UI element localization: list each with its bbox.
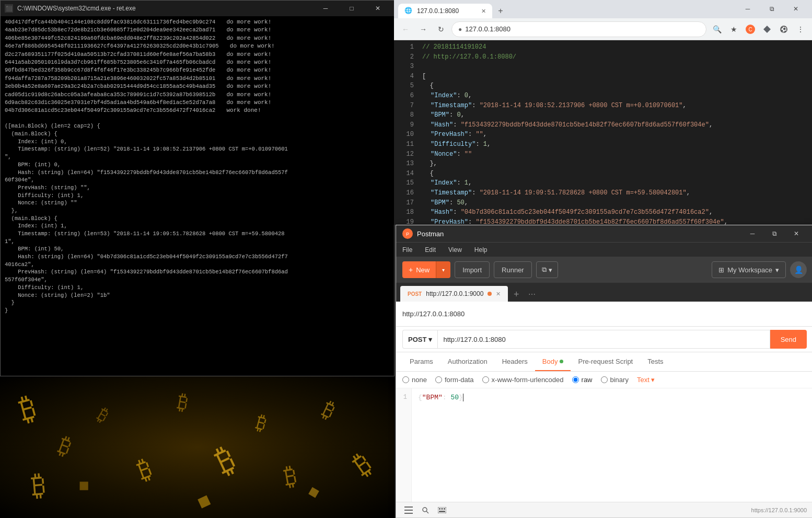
svg-rect-7 — [404, 507, 413, 508]
sidebar-toggle-button[interactable] — [402, 504, 415, 516]
request-tab-active[interactable]: POST http://127.0.0.1:9000 ✕ — [400, 286, 508, 302]
text-format-dropdown[interactable]: Text ▾ — [637, 376, 655, 384]
body-type-raw[interactable]: raw — [572, 376, 593, 384]
reload-button[interactable]: ↻ — [434, 22, 448, 37]
postman-titlebar: P Postman ─ ⧉ ✕ — [396, 225, 812, 242]
user-avatar[interactable]: 👤 — [790, 261, 807, 278]
body-type-urlencoded[interactable]: x-www-form-urlencoded — [482, 376, 564, 384]
code-editor[interactable]: 1 {"BPM": 50} — [396, 388, 812, 502]
body-type-binary[interactable]: binary — [601, 376, 629, 384]
menu-file[interactable]: File — [400, 245, 414, 255]
method-select[interactable]: POST ▾ — [402, 330, 437, 349]
svg-rect-12 — [438, 507, 446, 513]
cmd-line: 4aab23e7d85dc53b8ec72de8b21cb3e60685f71e… — [5, 26, 390, 34]
chrome-menu-button[interactable]: ⋮ — [793, 22, 808, 37]
cmd-minimize-button[interactable]: ─ — [314, 1, 338, 16]
keyboard-shortcut-button[interactable] — [436, 504, 448, 516]
postman-close-button[interactable]: ✕ — [786, 226, 807, 241]
sync-button[interactable]: ⧉ ▾ — [536, 261, 558, 278]
request-tab-url: http://127.0.0.1:9000 — [426, 290, 483, 297]
body-type-form-data[interactable]: form-data — [435, 376, 474, 384]
svg-rect-9 — [404, 513, 413, 514]
bitcoin-symbol: ₿ — [30, 468, 47, 502]
cmd-line: 3eb0b4a52e8a607ae29a3c24b2a7cbab02915444… — [5, 83, 390, 90]
tab-params[interactable]: Params — [402, 352, 440, 371]
more-tabs-button[interactable]: ⋯ — [525, 287, 539, 302]
cmd-line: cad05d1c919d8c26abcc05a3afeaba8ca353c789… — [5, 91, 390, 99]
svg-text:⚽: ⚽ — [781, 26, 787, 33]
url-input[interactable] — [437, 330, 770, 349]
menu-edit[interactable]: Edit — [423, 245, 438, 255]
runner-button[interactable]: Runner — [494, 261, 532, 278]
send-button[interactable]: Send — [770, 330, 807, 349]
cmd-line: 40d417dfefca44bb404c144e108c8dd9fac93816… — [5, 18, 390, 26]
cmd-line: 46e7af886bd6954548f02111936627cf64397a41… — [5, 42, 390, 50]
method-dropdown-icon: ▾ — [428, 336, 432, 343]
json-line-8: 8 "BPM": 0, — [394, 110, 812, 120]
json-line-3: 3 — [394, 62, 812, 72]
json-line-5: 5 { — [394, 81, 812, 91]
json-line-17: 17 "BPM": 50, — [394, 198, 812, 208]
new-dropdown-button[interactable]: ▾ — [436, 261, 450, 278]
workspace-button[interactable]: ⊞ My Workspace ▾ — [712, 261, 786, 278]
postman-request-tabs: POST http://127.0.0.1:9000 ✕ + ⋯ — [396, 283, 812, 302]
cmd-content-area: 40d417dfefca44bb404c144e108c8dd9fac93816… — [1, 16, 394, 376]
tab-authorization[interactable]: Authorization — [440, 352, 495, 371]
search-icon[interactable]: 🔍 — [710, 22, 724, 37]
json-line-18: 18 "Hash": "04b7d306c81a1cd5c23eb044f504… — [394, 208, 812, 217]
chrome-window: 🌐 127.0.0.1:8080 ✕ + ─ ⧉ ✕ ← → ↻ ● 127.0… — [394, 0, 812, 225]
body-type-selector: none form-data x-www-form-urlencoded raw… — [396, 372, 812, 388]
json-line-7: 7 "Timestamp": "2018-11-14 19:08:52.2137… — [394, 101, 812, 111]
diamond-shape: ◆ — [306, 481, 321, 501]
chrome-profile-icon[interactable]: C — [743, 22, 758, 37]
json-line-13: 13 }, — [394, 159, 812, 169]
json-line-4: 4 [ — [394, 72, 812, 82]
menu-view[interactable]: View — [446, 245, 464, 255]
chrome-close-button[interactable]: ✕ — [784, 2, 808, 16]
new-button[interactable]: + New — [402, 261, 436, 278]
chrome-restore-button[interactable]: ⧉ — [760, 2, 784, 16]
cmd-close-button[interactable]: ✕ — [366, 1, 390, 16]
menu-help[interactable]: Help — [472, 245, 490, 255]
postman-request-area: http://127.0.0.1:8080 POST ▾ Send Params… — [396, 302, 812, 502]
chrome-toolbar: ← → ↻ ● 127.0.0.1:8080 🔍 ★ C ⚽ ⋮ — [394, 18, 812, 40]
another-extension-icon[interactable]: ⚽ — [776, 22, 791, 37]
postman-app-title: Postman — [417, 230, 738, 238]
chrome-minimize-button[interactable]: ─ — [736, 2, 760, 16]
search-status-button[interactable] — [419, 504, 432, 516]
chrome-new-tab-button[interactable]: + — [493, 4, 508, 18]
cmd-maximize-button[interactable]: □ — [340, 1, 364, 16]
postman-restore-button[interactable]: ⧉ — [764, 226, 785, 241]
bookmark-icon[interactable]: ★ — [726, 22, 741, 37]
json-line-2: 2 // http://127.0.0.1:8080/ — [394, 52, 812, 62]
svg-line-11 — [426, 511, 428, 513]
tab-tests[interactable]: Tests — [640, 352, 670, 371]
postman-minimize-button[interactable]: ─ — [742, 226, 763, 241]
postman-toolbar: + New ▾ Import Runner ⧉ ▾ ⊞ My Workspace… — [396, 257, 812, 283]
code-content-area[interactable]: {"BPM": 50} — [412, 388, 812, 502]
json-line-6: 6 "Index": 0, — [394, 91, 812, 101]
chrome-window-controls: ─ ⧉ ✕ — [736, 2, 808, 16]
back-button[interactable]: ← — [398, 22, 413, 37]
address-bar[interactable]: ● 127.0.0.1:8080 — [451, 21, 706, 37]
diamond-shape: ◆ — [74, 474, 96, 496]
tab-body[interactable]: Body — [535, 352, 571, 371]
tab-favicon-icon: 🌐 — [404, 7, 413, 15]
json-line-16: 16 "Timestamp": "2018-11-14 19:09:51.782… — [394, 188, 812, 198]
extensions-icon[interactable] — [760, 22, 774, 37]
import-button[interactable]: Import — [455, 261, 490, 278]
forward-button[interactable]: → — [416, 22, 431, 37]
tab-headers[interactable]: Headers — [495, 352, 535, 371]
postman-window: P Postman ─ ⧉ ✕ File Edit View Help + Ne… — [396, 225, 812, 518]
request-tab-close-button[interactable]: ✕ — [496, 291, 501, 297]
add-request-tab-button[interactable]: + — [509, 287, 524, 302]
tab-pre-request-script[interactable]: Pre-request Script — [571, 352, 640, 371]
cmd-line: 406be85e307449fc52c824199a60fdcba69edd04… — [5, 34, 390, 42]
bitcoin-overlay: ₿ ₿ ₿ ₿ ₿ ₿ ₿ ₿ ₿ ₿ ₿ ◆ ◆ ◆ — [0, 376, 395, 518]
chrome-tab[interactable]: 🌐 127.0.0.1:8080 ✕ — [398, 4, 492, 18]
chrome-tab-close-button[interactable]: ✕ — [481, 8, 486, 15]
svg-rect-14 — [442, 508, 443, 510]
svg-rect-13 — [439, 508, 440, 510]
bitcoin-symbol: ₿ — [176, 390, 190, 415]
body-type-none[interactable]: none — [402, 376, 427, 384]
